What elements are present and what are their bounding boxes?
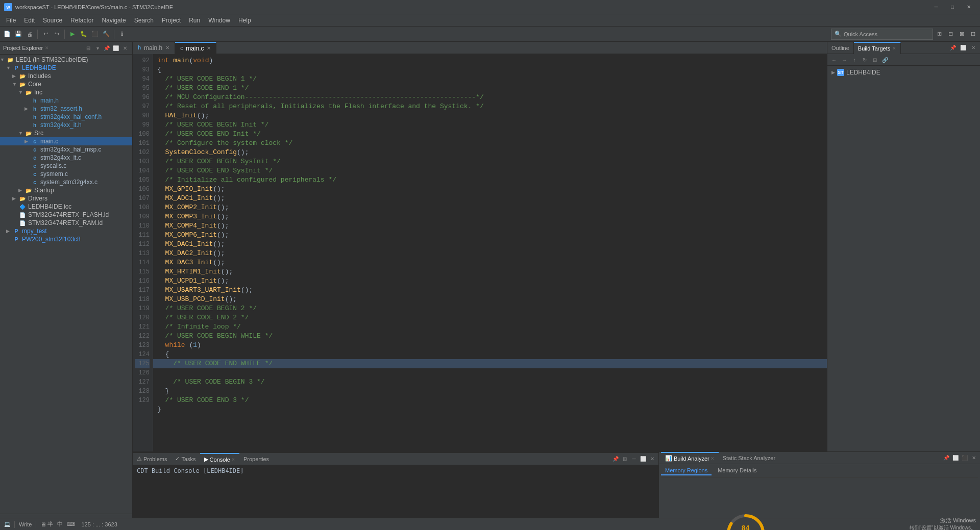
tree-item-stm32-it-h[interactable]: h stm32g4xx_it.h <box>0 121 132 129</box>
ba-max-btn[interactable]: ⬛ <box>961 454 969 462</box>
tree-item-drivers[interactable]: ▶ 📂 Drivers <box>0 194 132 203</box>
sidebar-collapse-btn[interactable]: ⊟ <box>84 44 92 52</box>
tree-item-includes[interactable]: ▶ 📂 Includes <box>0 72 132 80</box>
btab-tasks[interactable]: ✓ Tasks <box>171 453 200 465</box>
menu-search[interactable]: Search <box>130 16 158 25</box>
minimize-button[interactable]: ─ <box>929 2 943 12</box>
rp-pin-btn[interactable]: 📌 <box>948 43 958 53</box>
btab-properties[interactable]: Properties <box>239 453 273 465</box>
run-button[interactable]: ▶ <box>67 29 78 39</box>
ba-tab-close[interactable]: ✕ <box>710 456 715 461</box>
sidebar-close-icon[interactable]: ✕ <box>45 45 49 51</box>
bt-minimize[interactable]: ─ <box>630 455 638 463</box>
console-content[interactable]: CDT Build Console [LEDHB4IDE] <box>133 465 658 518</box>
build-button[interactable]: 🔨 <box>101 29 111 39</box>
menu-navigate[interactable]: Navigate <box>97 16 130 25</box>
stop-button[interactable]: ⬛ <box>90 29 100 39</box>
rp-tab-close[interactable]: ✕ <box>892 46 896 51</box>
rp-max-btn[interactable]: ⬜ <box>959 43 968 53</box>
sidebar-close-btn[interactable]: ✕ <box>121 44 129 52</box>
build-item-ledhb4ide[interactable]: ▶ ST LEDHB4IDE <box>829 68 978 77</box>
undo-button[interactable]: ↩ <box>40 29 51 39</box>
menu-run[interactable]: Run <box>185 16 204 25</box>
code-text[interactable]: int main(void) { /* USER CODE BEGIN 1 */… <box>153 54 827 451</box>
ba-tab-static[interactable]: Static Stack Analyzer <box>719 452 779 464</box>
btab-problems[interactable]: ⚠ Problems <box>133 453 171 465</box>
btab-problems-icon: ⚠ <box>137 456 142 462</box>
debug-button[interactable]: 🐛 <box>79 29 89 39</box>
sidebar-menu-btn[interactable]: ▾ <box>93 44 102 52</box>
rp-forward-btn[interactable]: → <box>840 55 849 64</box>
menu-source[interactable]: Source <box>39 16 66 25</box>
tab-main-c[interactable]: c main.c ✕ <box>175 42 216 54</box>
code-editor[interactable]: 9293949596 979899100101 102103104105106 … <box>133 54 827 451</box>
tree-item-hal-msp[interactable]: c stm32g4xx_hal_msp.c <box>0 145 132 154</box>
tree-item-main-h[interactable]: h main.h <box>0 96 132 105</box>
menu-project[interactable]: Project <box>158 16 185 25</box>
toolbar-icon-2[interactable]: ⊟ <box>945 29 955 39</box>
sidebar-max-btn[interactable]: ⬜ <box>112 44 120 52</box>
rp-tab-build-targets[interactable]: Build Targets ✕ <box>854 42 901 54</box>
new-button[interactable]: 📄 <box>2 29 12 39</box>
toolbar-icon-4[interactable]: ⊡ <box>968 29 978 39</box>
redo-button[interactable]: ↪ <box>52 29 62 39</box>
bt-toolbar[interactable]: ⊞ <box>621 455 629 463</box>
tree-item-src[interactable]: ▼ 📂 Src <box>0 129 132 137</box>
tab-main-h[interactable]: h main.h ✕ <box>133 42 175 54</box>
rp-collapse-btn[interactable]: ⊟ <box>870 55 879 64</box>
btab-console[interactable]: ▶ Console ✕ <box>200 453 239 465</box>
tree-item-it-c[interactable]: c stm32g4xx_it.c <box>0 154 132 162</box>
ba-subtab-memory-regions[interactable]: Memory Regions <box>661 466 712 475</box>
tree-item-led1[interactable]: ▼ 📁 LED1 (in STM32CubeIDE) <box>0 56 132 64</box>
tree-item-startup[interactable]: ▶ 📂 Startup <box>0 186 132 194</box>
close-button[interactable]: ✕ <box>962 2 976 12</box>
tree-item-pw200[interactable]: P PW200_stm32f103c8 <box>0 235 132 243</box>
rp-tab-outline[interactable]: Outline <box>827 42 854 54</box>
bt-pin[interactable]: 📌 <box>611 455 620 463</box>
tree-item-ledhb4ide[interactable]: ▼ P LEDHB4IDE <box>0 64 132 72</box>
tree-item-ledhb4ide-ioc[interactable]: 🔷 LEDHB4IDE.ioc <box>0 203 132 211</box>
rp-close-btn[interactable]: ✕ <box>969 43 978 53</box>
toolbar-icon-1[interactable]: ⊞ <box>934 29 944 39</box>
save-button[interactable]: 💾 <box>13 29 23 39</box>
rp-back-btn[interactable]: ← <box>829 55 839 64</box>
tab-close-main-h[interactable]: ✕ <box>165 45 169 51</box>
quick-access-input[interactable]: 🔍 Quick Access <box>831 29 933 40</box>
tree-item-ram-ld[interactable]: 📄 STM32G474RETX_RAM.ld <box>0 219 132 227</box>
tree-item-syscalls[interactable]: c syscalls.c <box>0 162 132 170</box>
sidebar-scrollbar[interactable] <box>0 514 132 518</box>
rp-up-btn[interactable]: ↑ <box>850 55 859 64</box>
tree-item-mpy-test[interactable]: ▶ P mpy_test <box>0 227 132 235</box>
toolbar-icon-3[interactable]: ⊠ <box>957 29 967 39</box>
tree-item-main-c[interactable]: ▶ c main.c <box>0 137 132 145</box>
tree-item-system-c[interactable]: c system_stm32g4xx.c <box>0 178 132 186</box>
ba-tab-analyzer[interactable]: 📊 Build Analyzer ✕ <box>661 452 719 464</box>
tree-item-stm32-hal-conf[interactable]: h stm32g4xx_hal_conf.h <box>0 113 132 121</box>
menu-refactor[interactable]: Refactor <box>66 16 97 25</box>
ba-close-btn[interactable]: ✕ <box>970 454 978 462</box>
bt-close[interactable]: ✕ <box>648 455 656 463</box>
menu-help[interactable]: Help <box>234 16 255 25</box>
tree-item-flash-ld[interactable]: 📄 STM32G474RETX_FLASH.ld <box>0 211 132 219</box>
menu-file[interactable]: File <box>2 16 20 25</box>
rp-refresh-btn[interactable]: ↻ <box>860 55 869 64</box>
tree-item-inc[interactable]: ▼ 📂 Inc <box>0 88 132 96</box>
menu-window[interactable]: Window <box>204 16 234 25</box>
bt-maximize[interactable]: ⬜ <box>639 455 647 463</box>
tree-item-stm32-assert-h[interactable]: ▶ h stm32_assert.h <box>0 105 132 113</box>
info-button[interactable]: ℹ <box>117 29 127 39</box>
encoding-item[interactable]: 🖥 半 <box>40 520 53 528</box>
ba-pin-btn[interactable]: 📌 <box>942 454 950 462</box>
btab-console-close[interactable]: ✕ <box>231 457 235 462</box>
tree-item-core[interactable]: ▼ 📂 Core <box>0 80 132 88</box>
tree-item-sysmem[interactable]: c sysmem.c <box>0 170 132 178</box>
print-button[interactable]: 🖨 <box>24 29 35 39</box>
ba-expand-btn[interactable]: ⬜ <box>951 454 960 462</box>
menu-edit[interactable]: Edit <box>20 16 39 25</box>
maximize-button[interactable]: □ <box>945 2 960 12</box>
rp-link-btn[interactable]: 🔗 <box>880 55 890 64</box>
ba-subtab-memory-details[interactable]: Memory Details <box>714 466 761 475</box>
language-item[interactable]: 中 <box>57 520 63 528</box>
sidebar-pin-btn[interactable]: 📌 <box>103 44 111 52</box>
tab-close-main-c[interactable]: ✕ <box>207 45 211 51</box>
